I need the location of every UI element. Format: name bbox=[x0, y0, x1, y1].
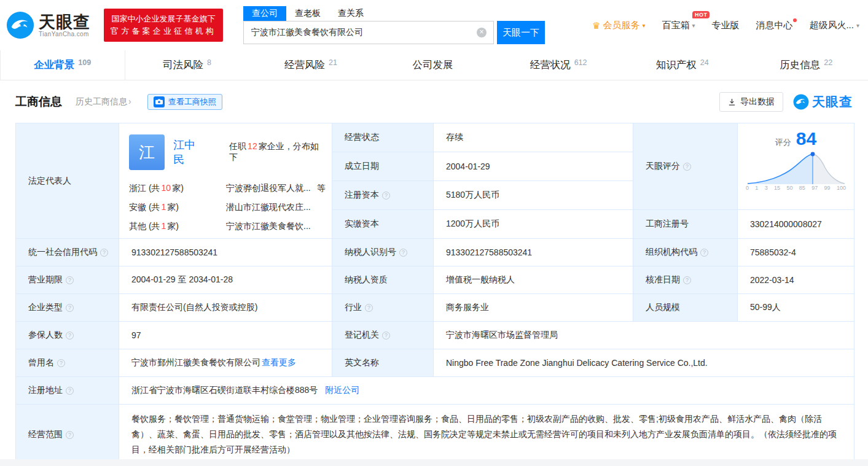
field-value-staff-size: 50-99人 bbox=[738, 294, 854, 322]
field-value-registered-capital: 5180万人民币 bbox=[434, 181, 633, 210]
distribution-company-link[interactable]: 宁波市江徽美食餐饮... bbox=[226, 220, 311, 232]
tenure-count: 12 bbox=[246, 141, 259, 151]
field-label-english-name: 英文名称 bbox=[332, 349, 434, 377]
search-tab-boss[interactable]: 查老板 bbox=[286, 6, 329, 21]
caret-down-icon: ▾ bbox=[642, 22, 645, 29]
menu-professional-label: 专业版 bbox=[711, 20, 739, 31]
distribution-etc: 等 bbox=[317, 182, 326, 194]
help-icon[interactable]: ? bbox=[700, 249, 708, 257]
help-icon[interactable]: ? bbox=[382, 192, 390, 200]
help-icon[interactable]: ? bbox=[66, 276, 74, 284]
history-business-info-link[interactable]: 历史工商信息› bbox=[76, 96, 131, 107]
help-icon[interactable]: ? bbox=[66, 387, 74, 395]
search-tab-company[interactable]: 查公司 bbox=[243, 6, 286, 21]
tab-label: 公司发展 bbox=[413, 58, 453, 72]
tab-company-background[interactable]: 企业背景 109 bbox=[0, 50, 125, 80]
field-label-former-name: 曾用名? bbox=[16, 349, 119, 377]
menu-vip-services[interactable]: ♛ 会员服务 ▾ bbox=[592, 20, 645, 31]
menu-professional[interactable]: 专业版 bbox=[711, 20, 739, 31]
export-data-button[interactable]: 导出数据 bbox=[719, 92, 783, 112]
field-label-approval-date: 核准日期? bbox=[633, 266, 738, 294]
distribution-company-link[interactable]: 潜山市江徽现代农庄... bbox=[226, 201, 311, 213]
field-value-industry: 商务服务业 bbox=[434, 294, 633, 322]
view-more-link[interactable]: 查看更多 bbox=[262, 357, 296, 367]
field-label-business-term: 营业期限? bbox=[16, 266, 119, 294]
tab-history-info[interactable]: 历史信息 22 bbox=[744, 50, 868, 80]
menu-message-center[interactable]: 消息中心 bbox=[756, 20, 792, 31]
field-value-registered-address: 浙江省宁波市海曙区石碶街道联丰村综合楼888号附近公司 bbox=[119, 377, 854, 405]
clear-search-icon[interactable]: × bbox=[477, 28, 487, 37]
crown-icon: ♛ bbox=[592, 21, 600, 30]
field-label-registry-authority: 登记机关? bbox=[332, 322, 434, 349]
tab-intellectual-property[interactable]: 知识产权 24 bbox=[620, 50, 745, 80]
caret-down-icon: ▾ bbox=[856, 22, 859, 29]
site-logo[interactable]: 天眼查 TianYanCha.com bbox=[6, 11, 90, 39]
field-value-credit-code: 913302127588503241 bbox=[119, 239, 332, 266]
help-icon[interactable]: ? bbox=[57, 359, 65, 367]
legal-rep-cell: 江 江中民 任职12家企业，分布如下 浙江 (共10家) 宁波骅创退役军人就..… bbox=[119, 123, 332, 239]
legal-rep-avatar[interactable]: 江 bbox=[129, 134, 165, 170]
tab-company-development[interactable]: 公司发展 bbox=[373, 50, 497, 80]
caret-down-icon: ▾ bbox=[692, 22, 695, 29]
tab-judicial-risk[interactable]: 司法风险 8 bbox=[125, 50, 249, 80]
score-value: 84 bbox=[796, 128, 816, 149]
menu-toolbox[interactable]: 百宝箱 ▾ HOT bbox=[662, 20, 695, 31]
tab-label: 知识产权 bbox=[656, 58, 697, 72]
page-bottom-strip bbox=[0, 459, 868, 466]
notification-dot bbox=[793, 18, 797, 22]
region-count: 1 bbox=[160, 202, 168, 212]
search-button[interactable]: 天眼一下 bbox=[497, 21, 545, 44]
distribution-region: 其他 (共1家) bbox=[129, 220, 226, 232]
menu-super-boss[interactable]: 超级风火... ▾ bbox=[809, 20, 859, 31]
field-label-taxpayer-id: 纳税人识别号? bbox=[332, 239, 434, 266]
chevron-right-icon: › bbox=[128, 96, 131, 106]
search-tab-relation[interactable]: 查关系 bbox=[329, 6, 372, 21]
nearby-companies-link[interactable]: 附近公司 bbox=[325, 385, 359, 395]
field-value-taxpayer-id: 913302127588503241 bbox=[434, 239, 633, 266]
hot-badge: HOT bbox=[692, 11, 710, 18]
tab-label: 司法风险 bbox=[163, 58, 203, 72]
field-value-established: 2004-01-29 bbox=[434, 152, 633, 181]
header-menu: ♛ 会员服务 ▾ 百宝箱 ▾ HOT 专业版 消息中心 超级风火... ▾ bbox=[592, 20, 859, 31]
help-icon[interactable]: ? bbox=[100, 249, 108, 257]
camera-icon bbox=[154, 96, 165, 107]
help-icon[interactable]: ? bbox=[66, 304, 74, 312]
help-icon[interactable]: ? bbox=[66, 332, 74, 340]
field-value-business-scope: 餐饮服务；餐饮管理；普通货物运输；食堂管理；物业管理；企业管理咨询服务；食品、日… bbox=[119, 405, 854, 465]
history-link-label: 历史工商信息 bbox=[76, 96, 127, 106]
tianyan-score[interactable]: 评分 84 bbox=[745, 128, 846, 149]
section-bar: 工商信息 历史工商信息› 查看工商快照 导出数据 天眼查 bbox=[15, 92, 853, 112]
search-input[interactable] bbox=[243, 21, 494, 44]
help-icon[interactable]: ? bbox=[365, 304, 373, 312]
brand-logo-icon bbox=[793, 94, 809, 110]
menu-messages-label: 消息中心 bbox=[756, 20, 792, 31]
menu-super-label: 超级风火... bbox=[809, 20, 854, 31]
help-icon[interactable]: ? bbox=[66, 431, 74, 439]
field-value-former-name: 宁波市鄞州江徽美食餐饮有限公司查看更多 bbox=[119, 349, 332, 377]
tab-label: 历史信息 bbox=[780, 58, 820, 72]
distribution-region: 浙江 (共10家) bbox=[129, 182, 226, 194]
snapshot-button[interactable]: 查看工商快照 bbox=[147, 94, 222, 110]
distribution-company-link[interactable]: 宁波骅创退役军人就... bbox=[226, 182, 311, 194]
tab-count: 612 bbox=[574, 58, 587, 67]
tab-count: 8 bbox=[207, 58, 211, 67]
tab-operating-risk[interactable]: 经营风险 21 bbox=[249, 50, 373, 80]
distribution-row: 浙江 (共10家) 宁波骅创退役军人就... 等 bbox=[129, 182, 326, 194]
tab-operating-status[interactable]: 经营状况 612 bbox=[496, 50, 620, 80]
header: 天眼查 TianYanCha.com 国家中小企业发展子基金旗下 官方备案企业征… bbox=[0, 0, 868, 50]
tab-count: 24 bbox=[700, 58, 709, 67]
menu-vip-label: 会员服务 bbox=[603, 20, 639, 31]
badge-line1: 国家中小企业发展子基金旗下 bbox=[111, 13, 216, 25]
site-subtitle: TianYanCha.com bbox=[39, 31, 90, 37]
help-icon[interactable]: ? bbox=[382, 332, 390, 340]
legal-rep-name-link[interactable]: 江中民 bbox=[173, 138, 206, 167]
menu-toolbox-label: 百宝箱 bbox=[662, 20, 689, 31]
field-value-approval-date: 2022-03-14 bbox=[738, 266, 854, 294]
brand-watermark[interactable]: 天眼查 bbox=[793, 93, 853, 111]
field-label-registered-address: 注册地址? bbox=[16, 377, 119, 405]
search-input-wrap: × bbox=[243, 21, 494, 44]
help-icon[interactable]: ? bbox=[683, 276, 691, 284]
help-icon[interactable]: ? bbox=[683, 163, 691, 171]
region-count: 10 bbox=[160, 183, 173, 193]
help-icon[interactable]: ? bbox=[399, 249, 407, 257]
